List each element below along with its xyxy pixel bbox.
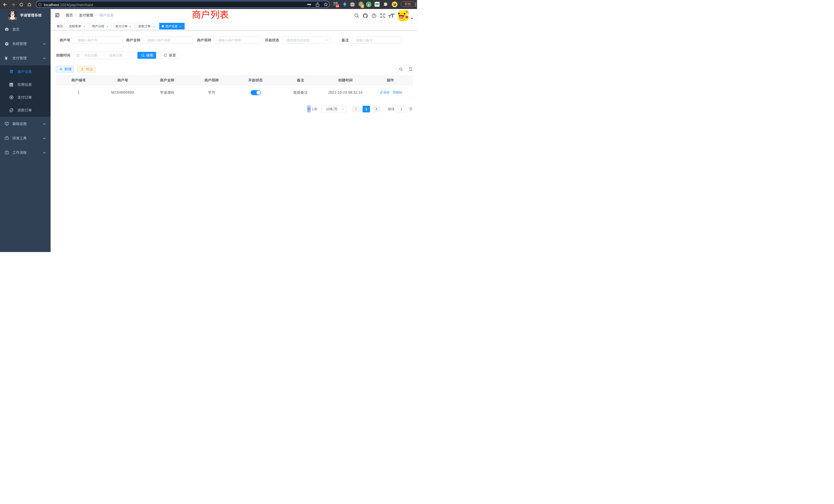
svg-text:10: 10 <box>336 5 339 7</box>
svg-text:1: 1 <box>362 5 363 8</box>
svg-text:y: y <box>368 3 370 6</box>
